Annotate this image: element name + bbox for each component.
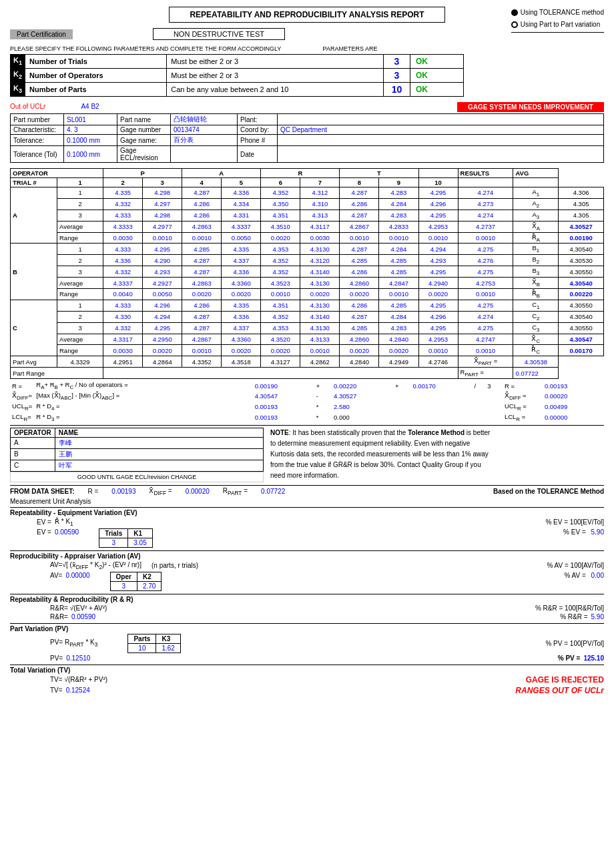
c-rng-c5: 0.0020: [261, 345, 300, 356]
ev-val-label: EV =: [37, 528, 51, 536]
ev-pct-val: 5.90: [591, 528, 604, 536]
gage-ecl-label: Gage ECL/revision: [117, 146, 171, 163]
ev-val: 0.00590: [55, 528, 79, 536]
col6-header: 6: [261, 178, 300, 187]
part-avg-c2: 4.2951: [103, 356, 143, 368]
note-line2: to determine measurement equipment relia…: [270, 438, 604, 449]
col8-header: 8: [340, 178, 379, 187]
av-formula: AV=√[ (x̄DIFF * K2)² - (EV² / nr)]: [50, 561, 141, 570]
b1-c9: 4.294: [418, 244, 458, 255]
op-a-label: A: [11, 187, 57, 244]
tv-val-label: TV=: [50, 687, 63, 694]
phone-val: [278, 135, 604, 146]
results-header: [418, 169, 458, 178]
oper-val: 3: [110, 581, 137, 590]
k3-header: K3: [156, 634, 180, 643]
a2-c3: 4.286: [182, 198, 222, 209]
ev-formula1: EV =: [37, 518, 51, 526]
b3-c1: 4.332: [103, 266, 143, 278]
b-rng-c5: 0.0010: [261, 289, 300, 300]
b-avg-c7: 4.2860: [340, 278, 379, 289]
b1-c4: 4.335: [222, 244, 261, 255]
c3-c4: 4.337: [222, 322, 261, 334]
av-section-title: Reproducibility - Appraiser Variation (A…: [10, 552, 604, 560]
col7-header: 7: [300, 178, 340, 187]
a2-c1: 4.332: [103, 198, 143, 209]
a1-c5: 4.352: [261, 187, 300, 199]
c2-c5: 4.352: [261, 311, 300, 322]
uclr-result-val: 0.00499: [543, 402, 604, 412]
a-xbar-val: 4.30527: [559, 221, 604, 232]
a3-c6: 4.313: [300, 209, 340, 221]
b2-c2: 4.290: [143, 255, 182, 266]
k2-label: K2: [11, 69, 25, 83]
c3-c5: 4.353: [261, 322, 300, 334]
characteristic-val: 4. 3: [64, 125, 117, 135]
a1-c10: 4.274: [458, 187, 513, 199]
col4-header: 4: [182, 178, 222, 187]
b-rng-c6: 0.0020: [300, 289, 340, 300]
tv-ranges: RANGES OUT OF UCLr: [515, 686, 604, 695]
note-line5: need more information.: [270, 470, 604, 481]
out-ucl-label: Out of UCLr: [10, 103, 45, 110]
part-avg-c5: 4.3518: [222, 356, 261, 368]
a3-c3: 4.286: [182, 209, 222, 221]
gage-name-val: 百分表: [171, 135, 238, 146]
a4b2-label: A4 B2: [81, 103, 99, 110]
k2-value: 3: [384, 69, 410, 83]
radio-tolerance-filled[interactable]: [511, 9, 518, 16]
op-a-name-val: 李峰: [55, 437, 263, 448]
a1-c9: 4.295: [418, 187, 458, 199]
c-trial3-num: 3: [57, 322, 103, 334]
ev-formula2: R̄ * K1: [55, 518, 73, 527]
c3-c2: 4.295: [143, 322, 182, 334]
rnr-pct-val-label: % R&R =: [560, 613, 587, 620]
op-a-name-label: A: [11, 437, 55, 448]
b3-c10: 4.275: [458, 266, 513, 278]
a2-res-label: A2: [513, 198, 559, 209]
pv-pct-val-label: % PV =: [558, 655, 581, 662]
c2-c6: 4.3140: [300, 311, 340, 322]
from-data-xdiff-label: X̄DIFF =: [149, 487, 172, 496]
a-rng-c10: 0.0010: [458, 232, 513, 244]
trials-val: 3: [99, 538, 128, 547]
gage-details-table: Part number SL001 Part name 凸轮轴链轮 Plant:…: [10, 113, 604, 163]
c1-c3: 4.286: [182, 300, 222, 311]
c1-c6: 4.3130: [300, 300, 340, 311]
note-line4: from the true value if GR&R is below 30%…: [270, 460, 604, 470]
a-xbar-label: X̄A: [513, 221, 559, 232]
op-r-header: R: [261, 169, 340, 178]
c-avg-c2: 4.2950: [143, 334, 182, 345]
k3-param-label: Number of Parts: [25, 83, 167, 97]
b3-c9: 4.295: [418, 266, 458, 278]
c-avg-c8: 4.2840: [379, 334, 418, 345]
pv-val: 0.12510: [66, 655, 90, 662]
c3-c6: 4.3130: [300, 322, 340, 334]
lclr-formula: R * D3 =: [34, 412, 252, 423]
a-avg-c4: 4.3337: [222, 221, 261, 232]
col2-header: 2: [103, 178, 143, 187]
a3-c1: 4.333: [103, 209, 143, 221]
b-trial2-num: 2: [57, 255, 103, 266]
a2-c6: 4.310: [300, 198, 340, 209]
pv-pct-label: % PV = 100[PV/Tol]: [545, 640, 604, 647]
op-b-name-val: 王鹏: [55, 448, 263, 460]
k1-param-label: Number of Trials: [25, 55, 167, 69]
k1-label: K1: [11, 55, 25, 69]
b-xbar-label: X̄B: [513, 278, 559, 289]
c-avg-c9: 4.2953: [418, 334, 458, 345]
c3-res-val: 4.30550: [559, 322, 604, 334]
parts-val: 10: [128, 643, 156, 653]
c-avg-c4: 4.3360: [222, 334, 261, 345]
c1-c4: 4.335: [222, 300, 261, 311]
av-n-parts: (n parts, r trials): [151, 562, 198, 569]
radio-part-variation-empty[interactable]: [511, 21, 518, 28]
part-number-val: SL001: [64, 114, 117, 125]
a2-c7: 4.286: [340, 198, 379, 209]
r-formula-label: R =: [10, 380, 34, 391]
c-rng-c4: 0.0020: [222, 345, 261, 356]
c-range-label: Range: [57, 345, 103, 356]
k2-header: K2: [137, 572, 161, 581]
c-rbar-val: 0.00170: [559, 345, 604, 356]
part-avg-c9: 4.2949: [379, 356, 418, 368]
